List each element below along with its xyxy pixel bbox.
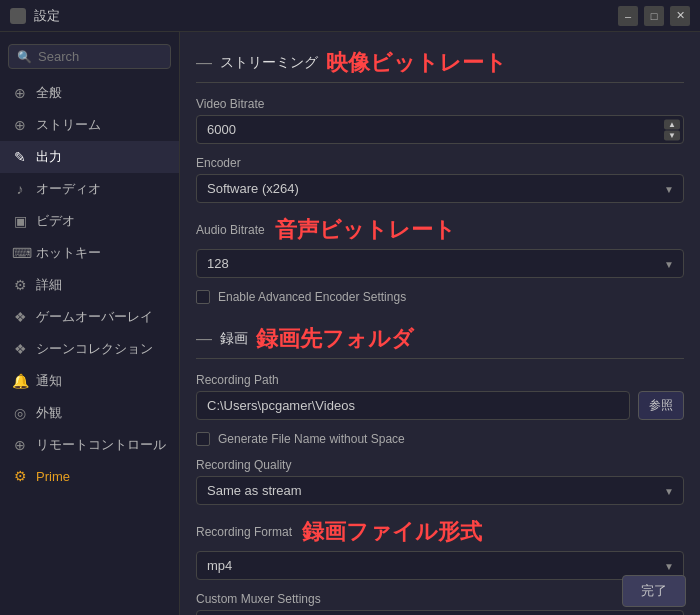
search-box[interactable]: 🔍	[8, 44, 171, 69]
gameoverlay-icon: ❖	[12, 309, 28, 325]
generate-filename-label: Generate File Name without Space	[218, 432, 405, 446]
video-icon: ▣	[12, 213, 28, 229]
notifications-icon: 🔔	[12, 373, 28, 389]
recording-path-label: Recording Path	[196, 373, 684, 387]
recording-quality-label: Recording Quality	[196, 458, 684, 472]
annotation-audio: 音声ビットレート	[275, 215, 456, 245]
audio-bitrate-label: Audio Bitrate	[196, 223, 265, 237]
sidebar-item-stream[interactable]: ⊕ストリーム	[0, 109, 179, 141]
sidebar-item-label-stream: ストリーム	[36, 116, 101, 134]
streaming-section: — ストリーミング 映像ビットレート Video Bitrate ▲ ▼ Enc…	[196, 48, 684, 304]
video-bitrate-input[interactable]	[196, 115, 684, 144]
sidebar-item-label-output: 出力	[36, 148, 62, 166]
main-layout: 🔍 ⊕全般⊕ストリーム✎出力♪オーディオ▣ビデオ⌨ホットキー⚙詳細❖ゲームオーバ…	[0, 32, 700, 615]
sidebar-item-remote[interactable]: ⊕リモートコントロール	[0, 429, 179, 461]
generate-filename-row: Generate File Name without Space	[196, 432, 684, 446]
video-bitrate-label: Video Bitrate	[196, 97, 684, 111]
title-bar-left: 設定	[10, 7, 60, 25]
advanced-icon: ⚙	[12, 277, 28, 293]
section-dash: —	[196, 54, 212, 72]
sidebar-item-label-advanced: 詳細	[36, 276, 62, 294]
sidebar: 🔍 ⊕全般⊕ストリーム✎出力♪オーディオ▣ビデオ⌨ホットキー⚙詳細❖ゲームオーバ…	[0, 32, 180, 615]
recording-header: — 録画 録画先フォルダ	[196, 324, 684, 359]
recording-quality-group: Recording Quality Same as stream ▼	[196, 458, 684, 505]
audio-icon: ♪	[12, 181, 28, 197]
encoder-select[interactable]: Software (x264)	[196, 174, 684, 203]
scenecollection-icon: ❖	[12, 341, 28, 357]
spinner-up[interactable]: ▲	[664, 119, 680, 129]
recording-path-group: Recording Path 参照	[196, 373, 684, 420]
app-icon	[10, 8, 26, 24]
remote-icon: ⊕	[12, 437, 28, 453]
search-input[interactable]	[38, 49, 162, 64]
title-bar: 設定 – □ ✕	[0, 0, 700, 32]
annotation-video: 映像ビットレート	[326, 48, 507, 78]
close-button[interactable]: ✕	[670, 6, 690, 26]
generate-filename-checkbox[interactable]	[196, 432, 210, 446]
prime-icon: ⚙	[12, 468, 28, 484]
recording-path-input[interactable]	[196, 391, 630, 420]
content-area: — ストリーミング 映像ビットレート Video Bitrate ▲ ▼ Enc…	[180, 32, 700, 615]
recording-title: 録画	[220, 330, 248, 348]
sidebar-item-label-prime: Prime	[36, 469, 70, 484]
recording-section-dash: —	[196, 330, 212, 348]
sidebar-item-label-video: ビデオ	[36, 212, 75, 230]
encoder-dropdown-wrap: Software (x264) ▼	[196, 174, 684, 203]
sidebar-item-label-scenecollection: シーンコレクション	[36, 340, 153, 358]
recording-quality-select[interactable]: Same as stream	[196, 476, 684, 505]
sidebar-item-label-appearance: 外観	[36, 404, 62, 422]
output-icon: ✎	[12, 149, 28, 165]
video-bitrate-spinner[interactable]: ▲ ▼	[664, 119, 680, 140]
spinner-down[interactable]: ▼	[664, 130, 680, 140]
audio-bitrate-dropdown-wrap: 128 ▼	[196, 249, 684, 278]
streaming-header: — ストリーミング 映像ビットレート	[196, 48, 684, 83]
sidebar-item-gameoverlay[interactable]: ❖ゲームオーバーレイ	[0, 301, 179, 333]
advanced-encoder-checkbox[interactable]	[196, 290, 210, 304]
done-button[interactable]: 完了	[622, 575, 686, 607]
advanced-encoder-row: Enable Advanced Encoder Settings	[196, 290, 684, 304]
footer: 完了	[608, 567, 700, 615]
sidebar-item-general[interactable]: ⊕全般	[0, 77, 179, 109]
annotation-format: 録画ファイル形式	[302, 517, 482, 547]
sidebar-item-appearance[interactable]: ◎外観	[0, 397, 179, 429]
hotkeys-icon: ⌨	[12, 245, 28, 261]
recording-format-label: Recording Format	[196, 525, 292, 539]
encoder-label: Encoder	[196, 156, 684, 170]
video-bitrate-group: Video Bitrate ▲ ▼	[196, 97, 684, 144]
advanced-encoder-checkbox-label: Enable Advanced Encoder Settings	[218, 290, 406, 304]
sidebar-item-prime[interactable]: ⚙Prime	[0, 461, 179, 491]
stream-icon: ⊕	[12, 117, 28, 133]
sidebar-item-output[interactable]: ✎出力	[0, 141, 179, 173]
sidebar-item-notifications[interactable]: 🔔通知	[0, 365, 179, 397]
appearance-icon: ◎	[12, 405, 28, 421]
audio-bitrate-group: 128 ▼	[196, 249, 684, 278]
annotation-folder: 録画先フォルダ	[256, 324, 414, 354]
audio-bitrate-select[interactable]: 128	[196, 249, 684, 278]
browse-button[interactable]: 参照	[638, 391, 684, 420]
sidebar-item-label-gameoverlay: ゲームオーバーレイ	[36, 308, 153, 326]
sidebar-item-advanced[interactable]: ⚙詳細	[0, 269, 179, 301]
window-controls[interactable]: – □ ✕	[618, 6, 690, 26]
streaming-title: ストリーミング	[220, 54, 318, 72]
window-title: 設定	[34, 7, 60, 25]
general-icon: ⊕	[12, 85, 28, 101]
sidebar-item-scenecollection[interactable]: ❖シーンコレクション	[0, 333, 179, 365]
sidebar-item-hotkeys[interactable]: ⌨ホットキー	[0, 237, 179, 269]
search-icon: 🔍	[17, 50, 32, 64]
encoder-group: Encoder Software (x264) ▼	[196, 156, 684, 203]
recording-path-row: 参照	[196, 391, 684, 420]
recording-quality-dropdown-wrap: Same as stream ▼	[196, 476, 684, 505]
sidebar-item-label-general: 全般	[36, 84, 62, 102]
sidebar-item-video[interactable]: ▣ビデオ	[0, 205, 179, 237]
minimize-button[interactable]: –	[618, 6, 638, 26]
sidebar-item-label-notifications: 通知	[36, 372, 62, 390]
sidebar-item-label-audio: オーディオ	[36, 180, 101, 198]
video-bitrate-wrap: ▲ ▼	[196, 115, 684, 144]
sidebar-item-label-remote: リモートコントロール	[36, 436, 166, 454]
maximize-button[interactable]: □	[644, 6, 664, 26]
sidebar-item-audio[interactable]: ♪オーディオ	[0, 173, 179, 205]
sidebar-item-label-hotkeys: ホットキー	[36, 244, 101, 262]
